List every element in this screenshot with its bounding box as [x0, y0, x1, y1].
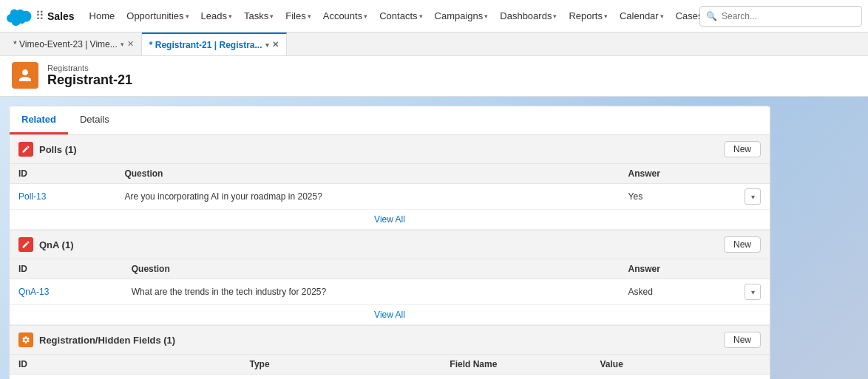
- nav-accounts[interactable]: Accounts▾: [317, 0, 373, 33]
- chevron-down-icon: ▾: [308, 13, 311, 20]
- top-navigation: ⠿ Sales Home Opportunities▾ Leads▾ Tasks…: [0, 0, 868, 33]
- qna-col-question: Question: [123, 259, 620, 279]
- poll-answer: Yes: [620, 184, 736, 210]
- polls-view-all-row: View All: [10, 210, 770, 230]
- polls-table-header: ID Question Answer: [10, 164, 770, 184]
- poll-id-link[interactable]: Poll-13: [18, 191, 46, 202]
- tab-label: * Registrant-21 | Registra...: [149, 40, 262, 50]
- qna-col-id: ID: [10, 259, 123, 279]
- chevron-down-icon: ▾: [484, 13, 488, 20]
- reg-col-id: ID: [10, 355, 240, 375]
- chevron-down-icon: ▾: [604, 13, 608, 20]
- polls-section: Polls (1) New ID Question Answer Poll-13: [10, 135, 770, 231]
- row-action-dropdown[interactable]: ▾: [745, 188, 761, 205]
- content-tabs: Related Details: [10, 106, 770, 135]
- nav-opportunities[interactable]: Opportunities▾: [121, 0, 194, 33]
- grid-icon[interactable]: ⠿: [35, 9, 44, 23]
- chevron-down-icon: ▾: [553, 13, 557, 20]
- chevron-down-icon: ▾: [228, 13, 232, 20]
- polls-col-id: ID: [10, 164, 115, 184]
- tab-details[interactable]: Details: [68, 106, 121, 134]
- polls-icon: [18, 142, 33, 157]
- polls-col-question: Question: [115, 164, 619, 184]
- tab-label: * Vimeo-Event-23 | Vime...: [13, 39, 118, 49]
- polls-col-answer: Answer: [620, 164, 736, 184]
- nav-reports[interactable]: Reports▾: [563, 0, 614, 33]
- nav-home[interactable]: Home: [84, 0, 121, 33]
- tab-registrant[interactable]: * Registrant-21 | Registra... ▾ ✕: [142, 33, 287, 56]
- salesforce-logo: [6, 3, 33, 30]
- close-icon[interactable]: ✕: [272, 40, 279, 49]
- reg-hidden-fields-table: ID Type Field Name Value Registration-Fi…: [10, 355, 770, 379]
- reg-col-type: Type: [240, 355, 441, 375]
- tab-vimeo-event[interactable]: * Vimeo-Event-23 | Vime... ▾ ✕: [6, 33, 142, 56]
- nav-calendar[interactable]: Calendar▾: [614, 0, 670, 33]
- chevron-down-icon: ▾: [364, 13, 367, 20]
- chevron-down-icon[interactable]: ▾: [265, 41, 269, 49]
- chevron-down-icon[interactable]: ▾: [121, 41, 124, 48]
- qna-section: QnA (1) New ID Question Answer QnA-13: [10, 231, 770, 326]
- chevron-down-icon: ▾: [270, 13, 274, 20]
- qna-col-action: [736, 259, 770, 279]
- qna-icon: [18, 237, 33, 252]
- qna-col-answer: Answer: [620, 259, 736, 279]
- breadcrumb: Registrants: [47, 64, 132, 72]
- reg-field-name: Industry: [441, 375, 591, 380]
- close-icon[interactable]: ✕: [127, 39, 134, 49]
- table-row: Poll-13 Are you incorporating AI in your…: [10, 184, 770, 210]
- nav-campaigns[interactable]: Campaigns▾: [429, 0, 495, 33]
- reg-hidden-fields-header: Registration/Hidden Fields (1) New: [10, 326, 770, 355]
- reg-hidden-fields-table-header: ID Type Field Name Value: [10, 355, 770, 375]
- qna-id-link[interactable]: QnA-13: [18, 287, 49, 297]
- chevron-down-icon: ▾: [419, 13, 423, 20]
- tab-related[interactable]: Related: [10, 106, 68, 134]
- chevron-down-icon: ▾: [660, 13, 664, 20]
- polls-title: Polls (1): [18, 142, 77, 157]
- polls-col-action: [736, 164, 770, 184]
- qna-answer: Asked: [620, 279, 736, 305]
- table-row: Registration-Field-58 Registration Field…: [10, 375, 770, 380]
- reg-hidden-fields-new-button[interactable]: New: [724, 332, 761, 348]
- qna-view-all-link[interactable]: View All: [374, 310, 405, 320]
- nav-items: Home Opportunities▾ Leads▾ Tasks▾ Files▾…: [84, 0, 699, 33]
- page-title: Registrant-21: [47, 72, 132, 88]
- qna-view-all-row: View All: [10, 305, 770, 325]
- nav-dashboards[interactable]: Dashboards▾: [494, 0, 563, 33]
- main-area: Related Details Polls (1) New ID Questio…: [0, 97, 868, 379]
- page-header-text: Registrants Registrant-21: [47, 64, 132, 88]
- page-header: Registrants Registrant-21: [0, 56, 868, 97]
- polls-table: ID Question Answer Poll-13 Are you incor…: [10, 164, 770, 230]
- row-action-dropdown[interactable]: ▾: [745, 284, 761, 300]
- tabs-bar: * Vimeo-Event-23 | Vime... ▾ ✕ * Registr…: [0, 33, 868, 56]
- poll-question: Are you incorporating AI in your roadmap…: [115, 184, 619, 210]
- qna-table: ID Question Answer QnA-13 What are the t…: [10, 259, 770, 325]
- nav-files[interactable]: Files▾: [279, 0, 316, 33]
- reg-col-value: Value: [591, 355, 736, 375]
- polls-new-button[interactable]: New: [724, 141, 761, 157]
- reg-hidden-fields-icon: [18, 332, 33, 347]
- polls-view-all-link[interactable]: View All: [374, 214, 405, 225]
- nav-contacts[interactable]: Contacts▾: [373, 0, 428, 33]
- nav-tasks[interactable]: Tasks▾: [238, 0, 279, 33]
- content-panel: Related Details Polls (1) New ID Questio…: [9, 106, 770, 379]
- app-name: Sales: [47, 10, 75, 22]
- reg-hidden-fields-section: Registration/Hidden Fields (1) New ID Ty…: [10, 326, 770, 379]
- qna-table-header: ID Question Answer: [10, 259, 770, 279]
- search-bar: 🔍: [699, 6, 862, 27]
- qna-question: What are the trends in the tech industry…: [123, 279, 620, 305]
- nav-leads[interactable]: Leads▾: [195, 0, 238, 33]
- right-decoration: [770, 106, 859, 379]
- search-icon: 🔍: [706, 11, 717, 21]
- reg-hidden-fields-title: Registration/Hidden Fields (1): [18, 332, 175, 347]
- record-icon: [12, 62, 38, 89]
- search-input[interactable]: [722, 11, 855, 21]
- polls-section-header: Polls (1) New: [10, 135, 770, 164]
- table-row: QnA-13 What are the trends in the tech i…: [10, 279, 770, 305]
- reg-col-action: [736, 355, 770, 375]
- reg-type: Registration Field: [240, 375, 441, 380]
- nav-cases[interactable]: Cases▾: [670, 0, 699, 33]
- reg-value: Technology: [591, 375, 736, 380]
- chevron-down-icon: ▾: [186, 13, 189, 20]
- qna-new-button[interactable]: New: [724, 236, 761, 253]
- qna-title: QnA (1): [18, 237, 73, 252]
